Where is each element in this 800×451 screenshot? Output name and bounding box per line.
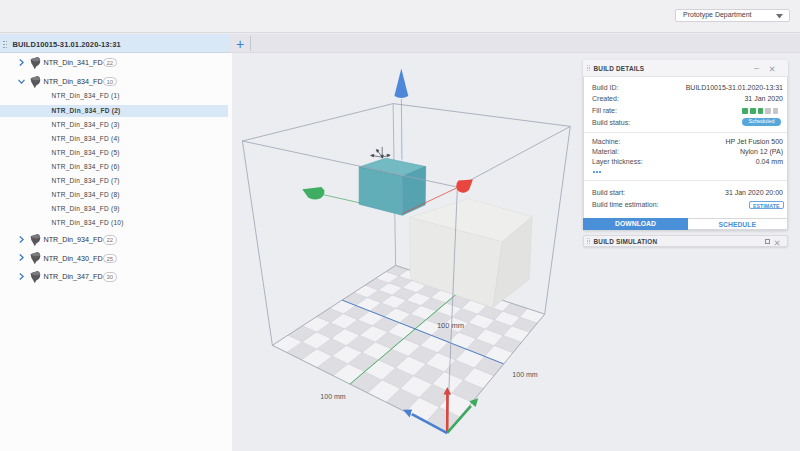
svg-text:100 mm: 100 mm [512, 371, 537, 378]
svg-text:100 mm: 100 mm [437, 321, 464, 330]
svg-text:100 mm: 100 mm [320, 393, 345, 400]
